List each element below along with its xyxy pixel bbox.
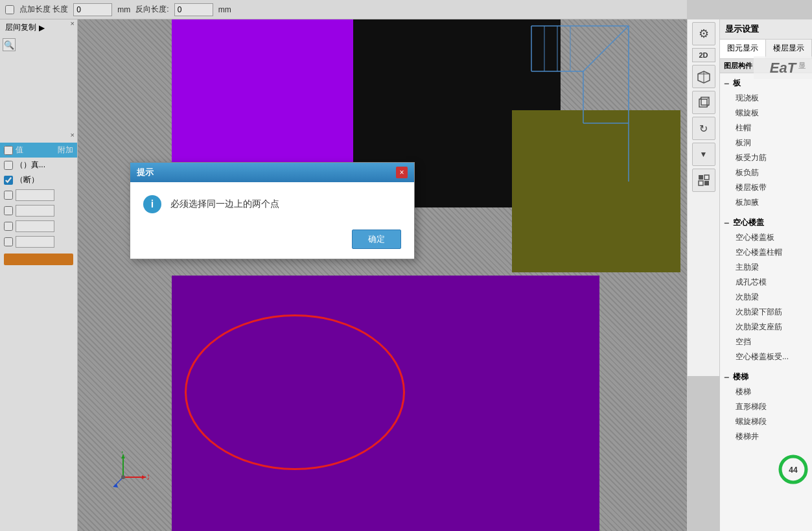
- dialog-ok-btn[interactable]: 确定: [352, 230, 401, 249]
- olive-rect: [512, 110, 680, 272]
- svg-rect-29: [699, 181, 703, 185]
- right-settings-panel: 显示设置 图元显示 楼层显示 图层构件 显 − 板 现浇板 螺旋板 柱帽 板洞 …: [719, 19, 812, 531]
- tab-floor-display[interactable]: 楼层显示: [766, 40, 812, 58]
- item-loutiing[interactable]: 楼梯井: [724, 429, 808, 444]
- section-hollow-label: 空心楼盖: [733, 217, 764, 228]
- left-panel-close-btn[interactable]: ×: [71, 19, 75, 27]
- dialog-body: i 必须选择同一边上的两个点: [130, 182, 414, 223]
- row-r4-checkbox[interactable]: [4, 191, 13, 200]
- section-stair-label: 楼梯: [733, 372, 748, 383]
- item-zhumao[interactable]: 柱帽: [724, 121, 808, 136]
- panel-input-3[interactable]: [16, 220, 54, 232]
- svg-text:Y: Y: [120, 451, 125, 454]
- 3d-cube-icon-btn[interactable]: [692, 65, 715, 88]
- item-zhixingticuan[interactable]: 直形梯段: [724, 399, 808, 414]
- progress-area: 44: [720, 447, 812, 492]
- canvas-area: X Y: [78, 19, 687, 531]
- chevron-down-icon-btn[interactable]: ▼: [692, 143, 715, 166]
- item-luoxuanticuan[interactable]: 螺旋梯段: [724, 414, 808, 429]
- item-chengkongxinmo[interactable]: 成孔芯模: [724, 275, 808, 290]
- search-bar: 🔍: [0, 36, 77, 54]
- layer-copy-arrow: ▶: [39, 23, 45, 32]
- item-luoxuanb[interactable]: 螺旋板: [724, 106, 808, 121]
- panel-input-1[interactable]: [16, 189, 54, 201]
- box-icon-btn[interactable]: [692, 91, 715, 114]
- dialog-footer: 确定: [130, 223, 414, 259]
- section-stair-collapse-icon: −: [724, 372, 729, 383]
- svg-marker-11: [142, 475, 146, 479]
- panel-input-4[interactable]: [16, 236, 54, 248]
- section-stair: − 楼梯 楼梯 直形梯段 螺旋梯段 楼梯井: [720, 367, 812, 447]
- toolbar-label-1: 点加长度 长度: [19, 4, 68, 15]
- row-r7-checkbox[interactable]: [4, 237, 13, 246]
- panel-row-value[interactable]: 值 附加: [0, 143, 77, 158]
- item-kongxinlougaiban[interactable]: 空心楼盖板: [724, 230, 808, 245]
- panel-row-r5: [0, 203, 77, 218]
- unit-1: mm: [117, 5, 130, 14]
- item-loucengbandai[interactable]: 楼层板带: [724, 180, 808, 195]
- section-stair-header[interactable]: − 楼梯: [724, 370, 808, 384]
- unit-2: mm: [218, 5, 231, 14]
- layer-copy-item[interactable]: 层间复制 ▶: [0, 19, 77, 36]
- item-louti[interactable]: 楼梯: [724, 384, 808, 399]
- length-input-1[interactable]: [73, 3, 112, 16]
- 2d-view-btn[interactable]: 2D: [692, 48, 715, 62]
- section-board: − 板 现浇板 螺旋板 柱帽 板洞 板受力筋 板负筋 楼层板带 板加腋: [720, 73, 812, 213]
- rotate-icon-btn[interactable]: ↻: [692, 117, 715, 140]
- svg-rect-27: [699, 175, 703, 180]
- settings-icon-btn[interactable]: ⚙: [692, 22, 715, 45]
- item-bandong[interactable]: 板洞: [724, 136, 808, 150]
- alert-dialog: 提示 × i 必须选择同一边上的两个点 确定: [130, 162, 415, 259]
- panel-row-r4: [0, 187, 77, 203]
- row-true-label: （）真...: [16, 159, 45, 171]
- row-break-checkbox[interactable]: [4, 176, 13, 185]
- svg-rect-28: [704, 175, 709, 180]
- panel-row-r6: [0, 218, 77, 234]
- item-cileijiangzhizuojin[interactable]: 次肋梁支座筋: [724, 320, 808, 335]
- dialog-title: 提示: [137, 167, 154, 178]
- row-value-checkbox[interactable]: [4, 146, 13, 155]
- panel-input-2[interactable]: [16, 205, 54, 217]
- red-ellipse: [185, 314, 405, 470]
- item-kongxinlougaibanshou[interactable]: 空心楼盖板受...: [724, 349, 808, 364]
- grid-icon-btn[interactable]: [692, 169, 715, 192]
- section-board-label: 板: [733, 78, 741, 89]
- row-true-checkbox[interactable]: [4, 161, 13, 170]
- toolbar-label-2: 反向长度:: [135, 4, 168, 15]
- section-hollow-header[interactable]: − 空心楼盖: [724, 215, 808, 230]
- point-length-checkbox[interactable]: [5, 5, 14, 14]
- second-panel: × 值 附加 （）真... （断）: [0, 130, 78, 389]
- orange-bar: [4, 254, 73, 265]
- dialog-info-icon: i: [143, 195, 161, 213]
- panel-row-true: （）真...: [0, 158, 77, 172]
- item-banshoulijin[interactable]: 板受力筋: [724, 150, 808, 165]
- right-icon-bar: ⚙ 2D ↻ ▼: [687, 19, 719, 376]
- row-value-label: 值: [16, 145, 23, 156]
- layer-copy-label: 层间复制: [5, 22, 36, 33]
- row-r6-checkbox[interactable]: [4, 222, 13, 231]
- item-cileiliang[interactable]: 次肋梁: [724, 290, 808, 305]
- dialog-message: 必须选择同一边上的两个点: [170, 198, 279, 210]
- svg-rect-30: [704, 181, 709, 185]
- progress-circle-svg: 44: [777, 453, 809, 486]
- panel-row-break: （断）: [0, 172, 77, 187]
- search-icon[interactable]: 🔍: [3, 38, 16, 51]
- item-kongdang[interactable]: 空挡: [724, 335, 808, 349]
- row-r5-checkbox[interactable]: [4, 206, 13, 215]
- section-hollow-collapse-icon: −: [724, 218, 729, 228]
- second-panel-close-btn[interactable]: ×: [71, 131, 75, 139]
- dialog-close-btn[interactable]: ×: [396, 167, 408, 178]
- item-banjiayi[interactable]: 板加腋: [724, 195, 808, 210]
- item-banfujin[interactable]: 板负筋: [724, 165, 808, 180]
- item-kongxinlougaizhumao[interactable]: 空心楼盖柱帽: [724, 245, 808, 260]
- length-input-2[interactable]: [174, 3, 213, 16]
- section-board-collapse-icon: −: [724, 78, 729, 89]
- tab-element-display[interactable]: 图元显示: [720, 40, 766, 58]
- item-xianjiaob[interactable]: 现浇板: [724, 91, 808, 106]
- svg-rect-22: [699, 99, 707, 107]
- eat-watermark: EaT: [754, 56, 812, 79]
- coordinate-axis: X Y: [110, 451, 149, 492]
- item-cileijiangxiabujin[interactable]: 次肋梁下部筋: [724, 305, 808, 320]
- row-value-extra: 附加: [58, 145, 73, 156]
- item-zhuleiliang[interactable]: 主肋梁: [724, 260, 808, 275]
